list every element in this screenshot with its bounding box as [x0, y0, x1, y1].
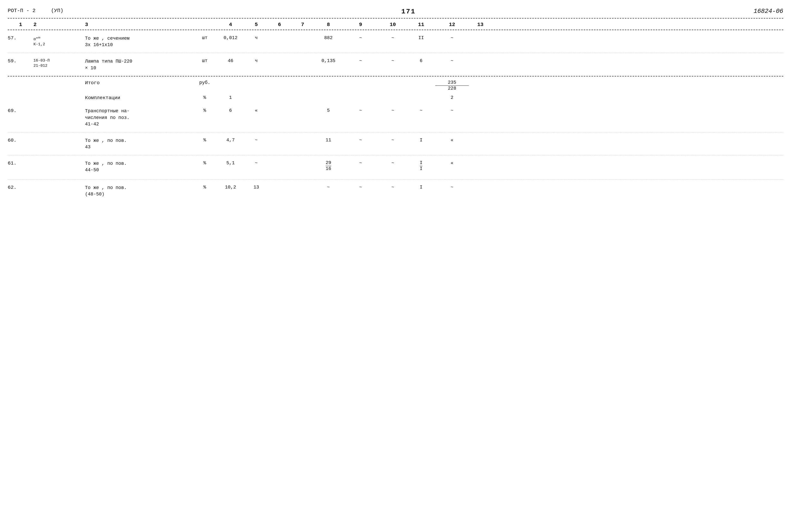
col-header-4: 4: [216, 22, 245, 27]
row-60-num: 60.: [8, 137, 34, 143]
row-57-col9: ~: [343, 35, 379, 40]
col-header-10: 10: [379, 22, 407, 27]
col-header-5: 5: [245, 22, 268, 27]
row-62-col9: ~: [343, 185, 379, 190]
row-61-col11: I I: [407, 160, 435, 171]
itogo-fraction-den: 228: [448, 86, 456, 91]
row-69-col9: ~: [343, 108, 379, 113]
row-57-col12: ~: [435, 35, 469, 40]
row-69-col5: «: [245, 108, 268, 113]
row-60-desc: То же , по пов.43: [85, 137, 193, 150]
table-row: 60. То же , по пов.43 % 4,7 ~ 11 ~ ~ I «: [8, 132, 783, 155]
row-59-code: 16-03-П 21-012: [34, 58, 85, 68]
col-header-11: 11: [407, 22, 435, 27]
itogo-row: Итого руб. 235 228: [8, 76, 783, 93]
col-header-8: 8: [314, 22, 343, 27]
row-57-unit: шт: [193, 35, 216, 40]
col-header-12: 12: [435, 22, 469, 27]
row-59-col8: 0,135: [314, 58, 343, 63]
row-60-col5: ~: [245, 137, 268, 142]
row-62-num: 62.: [8, 185, 34, 190]
row-57-code: α"∞ К-1,2: [34, 35, 85, 47]
row-62-col12: ~: [435, 185, 469, 190]
row-61-col4: 5,1: [216, 160, 245, 166]
row-60-col11: I: [407, 137, 435, 142]
row-59-col11: 6: [407, 58, 435, 63]
itogo-col12: 235 228: [435, 80, 469, 91]
row-59-unit: шт: [193, 58, 216, 63]
row-61-desc: То же , по пов.44-50: [85, 160, 193, 173]
header-left: РОТ-П - 2 (УП): [8, 8, 63, 14]
row-59-desc: Лампа типа ПШ-220× 10: [85, 58, 193, 71]
page-header: РОТ-П - 2 (УП) 171 16824-06: [8, 5, 783, 17]
row-57-desc: То же , сечением3х 16+1х10: [85, 35, 193, 48]
row-61-col8-fraction: 29 16: [325, 160, 331, 171]
kompl-col12: 2: [435, 95, 469, 100]
col-header-7: 7: [291, 22, 314, 27]
col-header-2: 2: [34, 22, 85, 27]
row-59-num: 59.: [8, 58, 34, 64]
header-doc-num: 16824-06: [754, 8, 783, 15]
kompl-unit: %: [193, 95, 216, 100]
itogo-unit: руб.: [193, 80, 216, 85]
table-row: 59. 16-03-П 21-012 Лампа типа ПШ-220× 10…: [8, 53, 783, 76]
kompl-label: Комплектации: [85, 95, 193, 101]
row-61-num: 61.: [8, 160, 34, 166]
col-header-3: 3: [85, 22, 193, 27]
row-60-col10: ~: [379, 137, 407, 142]
row-62-unit: %: [193, 185, 216, 190]
row-59-col10: ~: [379, 58, 407, 63]
komplektacii-row: Комплектации % 1 2: [8, 93, 783, 103]
row-69-col12: ~: [435, 108, 469, 113]
row-69-col4: 6: [216, 108, 245, 113]
row-57-col4: 0,012: [216, 35, 245, 40]
row-57-col5: ч: [245, 35, 268, 40]
table-row: 57. α"∞ К-1,2 То же , сечением3х 16+1х10…: [8, 30, 783, 53]
kompl-col4: 1: [216, 95, 245, 100]
row-61-col11-fraction: I I: [420, 160, 423, 171]
row-57-col11: II: [407, 35, 435, 40]
table-row: 62. То же , по пов.(48-50) % 10,2 13 ~ ~…: [8, 179, 783, 202]
row-69-col10: ~: [379, 108, 407, 113]
header-divider: [8, 18, 783, 19]
row-62-col8: ~: [314, 185, 343, 190]
row-60-col12: «: [435, 137, 469, 142]
table-row: 61. То же , по пов.44-50 % 5,1 ~ 29 16 ~…: [8, 155, 783, 179]
row-60-unit: %: [193, 137, 216, 142]
row-69-col8: 5: [314, 108, 343, 113]
col-header-9: 9: [343, 22, 379, 27]
col-header-6: 6: [268, 22, 291, 27]
row-59-col5: ч: [245, 58, 268, 63]
row-61-col12: «: [435, 160, 469, 166]
row-62-col11: I: [407, 185, 435, 190]
row-61-unit: %: [193, 160, 216, 166]
header-page-num: 171: [401, 8, 416, 16]
row-69-num: 69.: [8, 108, 34, 114]
row-59-col9: ~: [343, 58, 379, 63]
row-69-unit: %: [193, 108, 216, 113]
row-59-col4: 46: [216, 58, 245, 63]
row-62-col10: ~: [379, 185, 407, 190]
row-57-col10: ~: [379, 35, 407, 40]
itogo-label: Итого: [85, 80, 193, 86]
col-header-13: 13: [469, 22, 492, 27]
row-62-col4: 10,2: [216, 185, 245, 190]
row-69-col11: ~: [407, 108, 435, 113]
itogo-fraction: 235 228: [435, 80, 469, 91]
row-60-col4: 4,7: [216, 137, 245, 142]
col-header-1: 1: [8, 22, 34, 27]
row-59-col12: ~: [435, 58, 469, 63]
row-57-col8: 882: [314, 35, 343, 40]
row-61-col10: ~: [379, 160, 407, 166]
row-69-desc: Транспортные на-числения по поз.41-42: [85, 108, 193, 128]
itogo-fraction-num: 235: [435, 80, 469, 86]
row-61-col5: ~: [245, 160, 268, 166]
row-57-num: 57.: [8, 35, 34, 41]
row-62-col5: 13: [245, 185, 268, 190]
row-61-col9: ~: [343, 160, 379, 166]
column-headers: 1 2 3 4 5 6 7 8 9 10 11 12 13: [8, 20, 783, 30]
table-row: 69. Транспортные на-числения по поз.41-4…: [8, 103, 783, 132]
row-62-desc: То же , по пов.(48-50): [85, 185, 193, 197]
row-60-col9: ~: [343, 137, 379, 142]
row-60-col8: 11: [314, 137, 343, 142]
